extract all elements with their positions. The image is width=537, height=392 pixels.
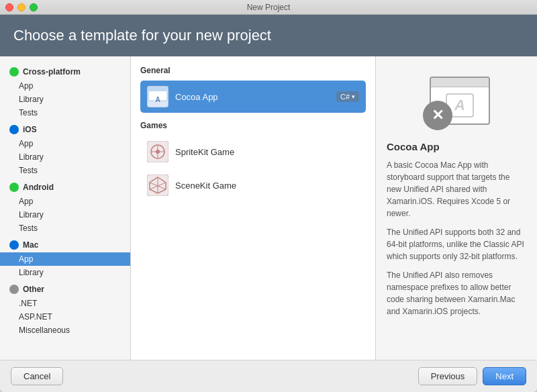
scenekit-name: SceneKit Game bbox=[175, 181, 359, 191]
page-header: Choose a template for your new project bbox=[0, 15, 537, 56]
sidebar-item-cross-platform-tests[interactable]: Tests bbox=[0, 106, 130, 119]
cross-platform-label: Cross-platform bbox=[23, 67, 81, 77]
preview-desc-1: A basic Cocoa Mac App with storyboard su… bbox=[387, 159, 526, 219]
close-button[interactable] bbox=[5, 3, 13, 11]
scenekit-icon bbox=[147, 175, 168, 196]
svg-point-8 bbox=[156, 150, 160, 154]
general-section-label: General bbox=[140, 66, 366, 75]
sidebar-item-android-tests[interactable]: Tests bbox=[0, 222, 130, 235]
sidebar-item-other-aspnet[interactable]: ASP.NET bbox=[0, 310, 130, 324]
sidebar-item-ios-library[interactable]: Library bbox=[0, 150, 130, 164]
games-section-label: Games bbox=[140, 121, 366, 130]
sidebar-section-cross-platform[interactable]: Cross-platform bbox=[0, 62, 130, 79]
sidebar-item-other-misc[interactable]: Miscellaneous bbox=[0, 324, 130, 337]
cancel-button[interactable]: Cancel bbox=[11, 367, 63, 385]
template-cocoa-app[interactable]: A Cocoa App C# ▾ bbox=[140, 81, 366, 113]
sidebar: Cross-platform App Library Tests iOS App… bbox=[0, 56, 131, 360]
sidebar-section-android[interactable]: Android bbox=[0, 177, 130, 195]
android-label: Android bbox=[23, 183, 54, 192]
minimize-button[interactable] bbox=[17, 3, 26, 11]
template-scenekit-game[interactable]: SceneKit Game bbox=[140, 169, 366, 201]
x-circle-icon: ✕ bbox=[423, 101, 452, 130]
maximize-button[interactable] bbox=[30, 3, 38, 11]
window-title: New Project bbox=[0, 3, 537, 12]
other-icon bbox=[9, 285, 19, 294]
games-section: Games SpriteKit Game bbox=[140, 121, 366, 201]
preview-desc-3: The Unified API also removes namespace p… bbox=[387, 269, 526, 317]
sidebar-item-android-app[interactable]: App bbox=[0, 195, 130, 208]
spritekit-name: SpriteKit Game bbox=[175, 147, 359, 157]
preview-icon-area: A ✕ bbox=[387, 77, 526, 130]
sidebar-item-cross-platform-app[interactable]: App bbox=[0, 79, 130, 93]
sidebar-section-other[interactable]: Other bbox=[0, 279, 130, 297]
lang-badge[interactable]: C# ▾ bbox=[336, 91, 359, 102]
sidebar-item-ios-app[interactable]: App bbox=[0, 137, 130, 150]
sidebar-item-android-library[interactable]: Library bbox=[0, 208, 130, 222]
titlebar: New Project bbox=[0, 0, 537, 15]
lang-label: C# bbox=[340, 93, 350, 101]
preview-desc-2: The Unified API supports both 32 and 64-… bbox=[387, 226, 526, 262]
template-spritekit-game[interactable]: SpriteKit Game bbox=[140, 136, 366, 168]
sidebar-item-mac-library[interactable]: Library bbox=[0, 266, 130, 279]
main-window: New Project Choose a template for your n… bbox=[0, 0, 537, 392]
android-icon bbox=[9, 183, 19, 192]
sidebar-item-ios-tests[interactable]: Tests bbox=[0, 164, 130, 177]
footer-right: Previous Next bbox=[418, 367, 526, 385]
mac-label: Mac bbox=[23, 240, 38, 250]
main-content: Cross-platform App Library Tests iOS App… bbox=[0, 56, 537, 360]
next-button[interactable]: Next bbox=[483, 367, 526, 385]
preview-title: Cocoa App bbox=[387, 141, 526, 152]
chevron-down-icon: ▾ bbox=[352, 93, 355, 100]
sidebar-item-mac-app[interactable]: App bbox=[0, 252, 130, 266]
cocoa-app-name: Cocoa App bbox=[175, 92, 330, 102]
preview-icon: A ✕ bbox=[423, 77, 490, 130]
previous-button[interactable]: Previous bbox=[418, 367, 478, 385]
spritekit-icon bbox=[147, 141, 168, 162]
sidebar-section-ios[interactable]: iOS bbox=[0, 119, 130, 137]
window-titlebar-icon bbox=[431, 78, 489, 87]
footer: Cancel Previous Next bbox=[0, 360, 537, 392]
other-label: Other bbox=[23, 285, 44, 294]
cross-platform-icon bbox=[9, 67, 19, 77]
mac-icon bbox=[9, 240, 19, 250]
svg-text:A: A bbox=[454, 97, 465, 113]
sidebar-item-cross-platform-library[interactable]: Library bbox=[0, 93, 130, 106]
svg-text:A: A bbox=[155, 96, 160, 103]
ios-icon bbox=[9, 125, 19, 134]
sidebar-item-other-dotnet[interactable]: .NET bbox=[0, 297, 130, 310]
svg-rect-2 bbox=[148, 87, 167, 91]
footer-left: Cancel bbox=[11, 367, 63, 385]
page-title: Choose a template for your new project bbox=[13, 27, 524, 44]
ios-label: iOS bbox=[23, 125, 37, 134]
sidebar-section-mac[interactable]: Mac bbox=[0, 235, 130, 252]
preview-panel: A ✕ Cocoa App A basic Cocoa Mac App with… bbox=[376, 56, 537, 360]
template-list: General A Cocoa App C# ▾ bbox=[131, 56, 376, 360]
cocoa-app-icon: A bbox=[147, 86, 168, 107]
